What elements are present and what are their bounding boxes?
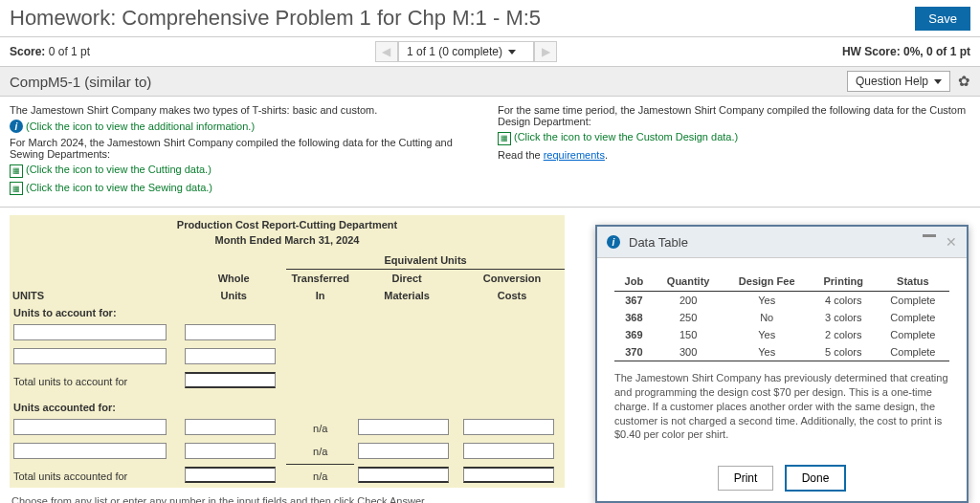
problem-text: The Jamestown Shirt Company makes two ty… [10, 104, 482, 116]
prev-question-button[interactable]: ◀ [375, 41, 398, 62]
input-field[interactable] [185, 324, 276, 340]
table-row: 369150Yes2 colorsComplete [614, 326, 949, 343]
production-cost-report: Production Cost Report-Cutting Departmen… [10, 215, 565, 488]
link-additional-info[interactable]: (Click the icon to view the additional i… [26, 120, 255, 132]
input-field[interactable] [185, 443, 276, 459]
page-title: Homework: Comprehensive Problem 1 for Ch… [10, 6, 541, 31]
close-icon[interactable]: ✕ [946, 234, 957, 250]
table-row: 370300Yes5 colorsComplete [614, 343, 949, 361]
next-question-button[interactable]: ▶ [534, 41, 557, 62]
input-field[interactable] [13, 324, 167, 340]
input-field[interactable] [13, 419, 167, 435]
info-icon: i [607, 235, 620, 249]
data-table-modal: iData Table ✕ JobQuantityDesign FeePrint… [595, 225, 969, 503]
table-icon[interactable]: ▦ [10, 182, 23, 195]
question-id: CompM5-1 (similar to) [10, 74, 151, 90]
input-field[interactable] [463, 419, 554, 435]
modal-title: Data Table [629, 235, 688, 250]
input-field[interactable] [185, 348, 276, 364]
link-custom-design-data[interactable]: (Click the icon to view the Custom Desig… [514, 131, 738, 142]
link-requirements[interactable]: requirements [544, 149, 605, 161]
gear-icon[interactable]: ✿ [958, 73, 970, 90]
hw-score: HW Score: 0%, 0 of 1 pt [842, 45, 970, 58]
question-progress-select[interactable]: 1 of 1 (0 complete) [398, 41, 534, 62]
print-button[interactable]: Print [718, 466, 774, 491]
input-field[interactable] [463, 443, 554, 459]
problem-text: For March 2024, the Jamestown Shirt Comp… [10, 137, 482, 160]
input-field[interactable] [185, 372, 276, 388]
problem-text: For the same time period, the Jamestown … [498, 104, 970, 127]
table-icon[interactable]: ▦ [10, 164, 23, 178]
link-cutting-data[interactable]: (Click the icon to view the Cutting data… [26, 164, 212, 175]
chevron-down-icon [508, 50, 516, 55]
chevron-down-icon [934, 79, 942, 84]
info-icon[interactable]: i [10, 120, 23, 133]
input-field[interactable] [358, 467, 449, 483]
question-help-button[interactable]: Question Help [847, 71, 950, 92]
save-button[interactable]: Save [915, 7, 970, 31]
input-field[interactable] [358, 419, 449, 435]
score: Score: 0 of 1 pt [10, 45, 90, 58]
table-row: 367200Yes4 colorsComplete [614, 292, 949, 310]
done-button[interactable]: Done [785, 465, 847, 492]
input-field[interactable] [185, 467, 276, 483]
problem-text: Read the requirements. [498, 149, 970, 161]
table-icon[interactable]: ▦ [498, 132, 511, 145]
modal-note: The Jamestown Shirt Company has previous… [614, 371, 949, 442]
input-field[interactable] [13, 348, 167, 364]
input-field[interactable] [13, 443, 167, 459]
link-sewing-data[interactable]: (Click the icon to view the Sewing data.… [26, 182, 212, 193]
input-field[interactable] [358, 443, 449, 459]
data-table: JobQuantityDesign FeePrintingStatus 3672… [614, 272, 949, 361]
input-field[interactable] [463, 467, 554, 483]
minimize-icon[interactable] [923, 234, 936, 237]
table-row: 368250No3 colorsComplete [614, 309, 949, 326]
input-field[interactable] [185, 419, 276, 435]
